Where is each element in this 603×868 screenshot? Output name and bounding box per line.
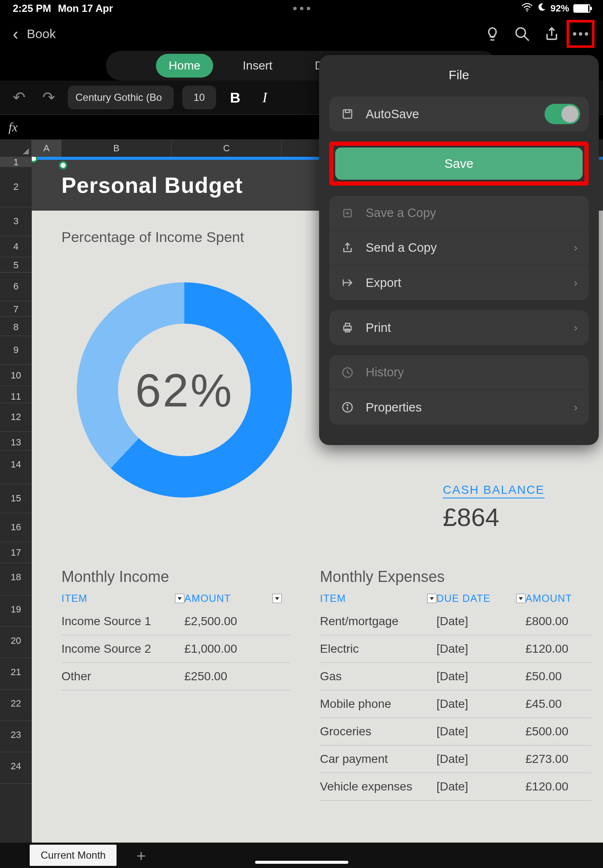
info-icon — [340, 401, 355, 414]
row-header[interactable]: 13 — [0, 432, 32, 451]
row-header[interactable]: 1 — [0, 157, 32, 167]
row-header[interactable]: 18 — [0, 563, 32, 595]
status-time: 2:25 PM — [13, 3, 51, 14]
row-header[interactable]: 11 — [0, 386, 32, 403]
send-copy-icon — [340, 242, 355, 254]
autosave-icon — [340, 108, 355, 120]
print-button[interactable]: Print › — [329, 310, 589, 345]
autosave-toggle[interactable] — [545, 104, 580, 124]
row-header[interactable]: 15 — [0, 484, 32, 513]
autosave-label: AutoSave — [366, 107, 419, 121]
undo-button[interactable]: ↶ — [8, 89, 30, 106]
row-header[interactable]: 24 — [0, 752, 32, 784]
col-header[interactable]: B — [61, 140, 172, 157]
file-menu: File AutoSave Save Save a Copy Send a Co… — [319, 55, 599, 445]
svg-point-0 — [526, 10, 528, 11]
table-row[interactable]: Car payment[Date]£273.00 — [320, 746, 591, 773]
home-indicator[interactable] — [255, 861, 348, 864]
battery-icon — [573, 4, 590, 13]
redo-button[interactable]: ↷ — [38, 89, 59, 106]
select-all-corner[interactable] — [0, 140, 32, 157]
table-row[interactable]: Rent/mortgage[Date]£800.00 — [320, 608, 591, 635]
nav-bar: ‹ Book — [0, 17, 603, 51]
row-header[interactable]: 9 — [0, 336, 32, 365]
row-header[interactable]: 3 — [0, 207, 32, 236]
table-row[interactable]: Income Source 2£1,000.00 — [61, 635, 290, 663]
row-header[interactable]: 21 — [0, 658, 32, 690]
font-size-select[interactable]: 10 — [182, 86, 216, 109]
font-name-select[interactable]: Century Gothic (Bo — [68, 86, 174, 109]
chevron-right-icon: › — [574, 401, 578, 414]
filter-dropdown[interactable] — [516, 594, 525, 603]
row-header[interactable]: 2 — [0, 167, 32, 207]
italic-button[interactable]: I — [254, 89, 275, 106]
row-header[interactable]: 20 — [0, 627, 32, 658]
filter-dropdown[interactable] — [427, 594, 436, 603]
print-label: Print — [366, 321, 391, 335]
add-sheet-button[interactable]: ＋ — [133, 845, 149, 866]
search-icon[interactable] — [507, 26, 537, 42]
svg-line-2 — [524, 36, 529, 41]
chevron-right-icon: › — [574, 241, 578, 254]
svg-point-17 — [347, 404, 348, 405]
row-header[interactable]: 4 — [0, 236, 32, 257]
table-row[interactable]: Gas[Date]£50.00 — [320, 663, 591, 690]
expenses-title: Monthly Expenses — [320, 568, 445, 586]
row-header[interactable]: 5 — [0, 257, 32, 273]
row-header[interactable]: 8 — [0, 317, 32, 336]
expense-header-amount[interactable]: AMOUNT — [525, 593, 572, 604]
tab-insert[interactable]: Insert — [230, 54, 285, 78]
properties-label: Properties — [366, 401, 422, 415]
more-menu-button[interactable] — [567, 20, 595, 48]
cash-label: CASH BALANCE — [443, 483, 545, 498]
tab-home[interactable]: Home — [156, 54, 213, 78]
row-header[interactable]: 14 — [0, 451, 32, 484]
sheet-tabs-bar: Current Month ＋ — [0, 843, 603, 868]
col-header[interactable]: A — [32, 140, 61, 157]
send-copy-button[interactable]: Send a Copy › — [329, 231, 589, 265]
row-header[interactable]: 7 — [0, 301, 32, 317]
table-row[interactable]: Other£250.00 — [61, 663, 290, 690]
table-row[interactable]: Mobile phone[Date]£45.00 — [320, 690, 591, 718]
lightbulb-icon[interactable] — [478, 26, 507, 42]
battery-percent: 92% — [550, 3, 569, 14]
row-header[interactable]: 16 — [0, 513, 32, 542]
expense-header-item[interactable]: ITEM — [320, 593, 346, 604]
expense-header-due[interactable]: DUE DATE — [436, 593, 491, 604]
chevron-right-icon: › — [574, 276, 578, 289]
donut-chart: 62% — [70, 275, 299, 504]
table-row[interactable]: Income Source 1£2,500.00 — [61, 608, 290, 635]
properties-button[interactable]: Properties › — [329, 390, 589, 425]
income-header-item[interactable]: ITEM — [61, 593, 87, 604]
table-row[interactable]: Groceries[Date]£500.00 — [320, 718, 591, 746]
row-header[interactable]: 17 — [0, 542, 32, 563]
filter-dropdown[interactable] — [272, 594, 282, 603]
sheet-tab-current[interactable]: Current Month — [30, 845, 117, 866]
row-header[interactable]: 12 — [0, 403, 32, 432]
col-header[interactable]: C — [172, 140, 282, 157]
row-header[interactable]: 10 — [0, 365, 32, 386]
wifi-icon — [522, 3, 533, 14]
export-icon — [340, 276, 355, 289]
bold-button[interactable]: B — [225, 89, 246, 106]
document-title[interactable]: Book — [27, 27, 56, 41]
multitask-dots[interactable] — [293, 7, 310, 10]
filter-dropdown[interactable] — [175, 594, 184, 603]
income-header-amount[interactable]: AMOUNT — [184, 593, 231, 604]
row-header[interactable]: 23 — [0, 721, 32, 752]
row-header[interactable]: 22 — [0, 690, 32, 721]
selection-handle[interactable] — [59, 161, 67, 170]
file-menu-title: File — [319, 55, 599, 97]
table-row[interactable]: Electric[Date]£120.00 — [320, 635, 591, 663]
table-row[interactable]: Vehicle expenses[Date]£120.00 — [320, 773, 591, 801]
back-button[interactable]: ‹ — [8, 25, 22, 44]
row-header[interactable]: 6 — [0, 273, 32, 301]
history-label: History — [366, 365, 404, 379]
svg-rect-5 — [343, 110, 352, 118]
row-header[interactable]: 19 — [0, 595, 32, 627]
export-button[interactable]: Export › — [329, 265, 589, 300]
expense-rows: Rent/mortgage[Date]£800.00Electric[Date]… — [320, 608, 591, 801]
save-button[interactable]: Save — [335, 147, 583, 180]
cash-value: £864 — [443, 503, 545, 532]
share-icon[interactable] — [537, 26, 567, 42]
